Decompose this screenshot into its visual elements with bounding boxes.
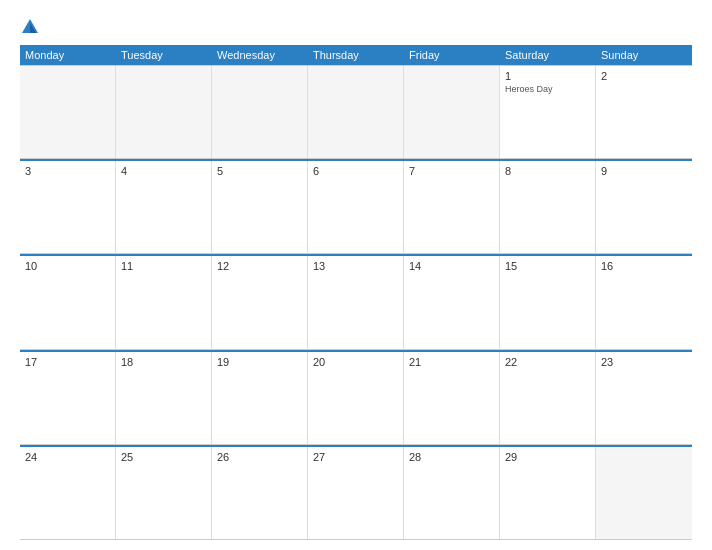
calendar-week-row: 3456789 bbox=[20, 159, 692, 254]
calendar-cell: 2 bbox=[596, 66, 692, 158]
day-number: 7 bbox=[409, 165, 494, 177]
day-of-week-header: Thursday bbox=[308, 45, 404, 65]
calendar-cell: 29 bbox=[500, 447, 596, 539]
day-number: 15 bbox=[505, 260, 590, 272]
calendar-cell: 3 bbox=[20, 161, 116, 253]
calendar-cell: 20 bbox=[308, 352, 404, 444]
day-number: 21 bbox=[409, 356, 494, 368]
calendar-cell: 28 bbox=[404, 447, 500, 539]
page-header bbox=[20, 15, 692, 37]
calendar-week-row: 17181920212223 bbox=[20, 350, 692, 445]
calendar-cell: 4 bbox=[116, 161, 212, 253]
calendar-header-row: MondayTuesdayWednesdayThursdayFridaySatu… bbox=[20, 45, 692, 65]
holiday-label: Heroes Day bbox=[505, 84, 590, 94]
calendar-cell: 17 bbox=[20, 352, 116, 444]
day-number: 25 bbox=[121, 451, 206, 463]
calendar-cell: 16 bbox=[596, 256, 692, 348]
day-number: 24 bbox=[25, 451, 110, 463]
day-of-week-header: Wednesday bbox=[212, 45, 308, 65]
day-number: 18 bbox=[121, 356, 206, 368]
day-number: 2 bbox=[601, 70, 687, 82]
calendar-cell: 21 bbox=[404, 352, 500, 444]
calendar-cell: 26 bbox=[212, 447, 308, 539]
day-number: 6 bbox=[313, 165, 398, 177]
calendar-cell: 8 bbox=[500, 161, 596, 253]
day-number: 10 bbox=[25, 260, 110, 272]
day-number: 3 bbox=[25, 165, 110, 177]
day-number: 23 bbox=[601, 356, 687, 368]
calendar-cell: 1Heroes Day bbox=[500, 66, 596, 158]
calendar-cell: 23 bbox=[596, 352, 692, 444]
calendar-cell bbox=[404, 66, 500, 158]
calendar-cell: 12 bbox=[212, 256, 308, 348]
calendar-week-row: 1Heroes Day2 bbox=[20, 65, 692, 159]
calendar-cell: 15 bbox=[500, 256, 596, 348]
calendar-cell: 22 bbox=[500, 352, 596, 444]
calendar-cell bbox=[308, 66, 404, 158]
day-number: 17 bbox=[25, 356, 110, 368]
day-number: 14 bbox=[409, 260, 494, 272]
day-number: 8 bbox=[505, 165, 590, 177]
calendar-cell: 18 bbox=[116, 352, 212, 444]
day-number: 9 bbox=[601, 165, 687, 177]
day-of-week-header: Saturday bbox=[500, 45, 596, 65]
day-number: 26 bbox=[217, 451, 302, 463]
day-number: 1 bbox=[505, 70, 590, 82]
calendar-page: MondayTuesdayWednesdayThursdayFridaySatu… bbox=[0, 0, 712, 550]
calendar-cell bbox=[116, 66, 212, 158]
day-of-week-header: Friday bbox=[404, 45, 500, 65]
calendar-week-row: 10111213141516 bbox=[20, 254, 692, 349]
calendar-cell: 11 bbox=[116, 256, 212, 348]
day-number: 22 bbox=[505, 356, 590, 368]
calendar-cell: 5 bbox=[212, 161, 308, 253]
day-number: 12 bbox=[217, 260, 302, 272]
calendar-week-row: 242526272829 bbox=[20, 445, 692, 540]
calendar-cell bbox=[212, 66, 308, 158]
day-number: 27 bbox=[313, 451, 398, 463]
day-number: 28 bbox=[409, 451, 494, 463]
calendar-cell: 24 bbox=[20, 447, 116, 539]
day-number: 29 bbox=[505, 451, 590, 463]
logo-icon bbox=[20, 17, 40, 37]
day-number: 16 bbox=[601, 260, 687, 272]
logo bbox=[20, 15, 42, 37]
day-number: 5 bbox=[217, 165, 302, 177]
day-number: 11 bbox=[121, 260, 206, 272]
day-number: 13 bbox=[313, 260, 398, 272]
day-of-week-header: Sunday bbox=[596, 45, 692, 65]
calendar-cell: 9 bbox=[596, 161, 692, 253]
calendar-cell: 7 bbox=[404, 161, 500, 253]
day-of-week-header: Tuesday bbox=[116, 45, 212, 65]
calendar-cell bbox=[596, 447, 692, 539]
day-number: 19 bbox=[217, 356, 302, 368]
calendar-cell: 13 bbox=[308, 256, 404, 348]
day-number: 20 bbox=[313, 356, 398, 368]
calendar-cell: 25 bbox=[116, 447, 212, 539]
calendar-cell bbox=[20, 66, 116, 158]
calendar-grid: MondayTuesdayWednesdayThursdayFridaySatu… bbox=[20, 45, 692, 540]
calendar-cell: 14 bbox=[404, 256, 500, 348]
day-of-week-header: Monday bbox=[20, 45, 116, 65]
calendar-cell: 6 bbox=[308, 161, 404, 253]
day-number: 4 bbox=[121, 165, 206, 177]
calendar-cell: 27 bbox=[308, 447, 404, 539]
calendar-cell: 19 bbox=[212, 352, 308, 444]
calendar-body: 1Heroes Day23456789101112131415161718192… bbox=[20, 65, 692, 540]
calendar-cell: 10 bbox=[20, 256, 116, 348]
